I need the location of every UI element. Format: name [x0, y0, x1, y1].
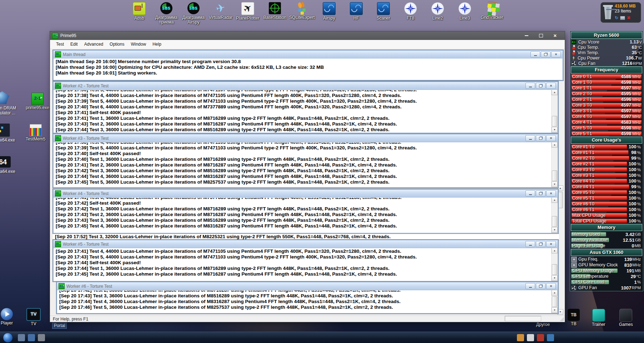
- desktop-icon[interactable]: Adsb: [126, 2, 153, 25]
- log-area[interactable]: [Main thread Sep 20 16:00] Mersenne numb…: [54, 58, 563, 80]
- menu-item[interactable]: Window: [127, 41, 149, 48]
- desktop-icon[interactable]: Scaner: [370, 2, 397, 25]
- scrollbar-thumb[interactable]: [552, 264, 557, 275]
- minimize-button[interactable]: [525, 241, 535, 247]
- menu-item[interactable]: Advanced: [81, 41, 106, 48]
- scrollbar-thumb[interactable]: [552, 216, 557, 227]
- log-area[interactable]: [Sep 20 17:41] Test 4, 44000 Lucas-Lehme…: [54, 248, 552, 281]
- taskbar-app-icon[interactable]: [28, 334, 35, 341]
- restore-button[interactable]: [541, 51, 550, 57]
- desktop-icon-dram-calculator[interactable]: [0, 91, 9, 104]
- desktop-icon-testmem5[interactable]: TestMem5: [26, 124, 45, 142]
- minimize-button[interactable]: [525, 83, 535, 89]
- log-area[interactable]: [Sep 20 17:38] Test 4, 44000 Lucas-Lehme…: [54, 142, 552, 187]
- restore-button[interactable]: [536, 83, 545, 89]
- scroll-down-icon[interactable]: ▼: [552, 227, 558, 233]
- log-area[interactable]: [Sep 20 17:36] Test 3, 44000 Lucas-Lehme…: [54, 89, 552, 133]
- worker3-titlebar[interactable]: P2-1 Worker #3 - Torture Test ×: [54, 134, 558, 142]
- scrollbar[interactable]: ▲ ▼: [552, 142, 558, 187]
- scrollbar-thumb[interactable]: [552, 170, 557, 181]
- log-area[interactable]: [Sep 20 17:42] Test 2, 36000 Lucas-Lehme…: [57, 290, 552, 313]
- desktop-icon-tv[interactable]: TV TV: [26, 308, 41, 326]
- scrollbar-thumb[interactable]: [558, 192, 563, 208]
- drugoe-label[interactable]: Другое: [536, 322, 550, 327]
- desktop-icon[interactable]: SQLiteExpert: [288, 2, 316, 25]
- scrollbar[interactable]: ▲ ▼: [552, 89, 558, 133]
- tray-icon[interactable]: [547, 334, 554, 341]
- desktop-icon-player[interactable]: Player: [1, 308, 13, 326]
- minimize-button[interactable]: [522, 33, 531, 39]
- desktop-icon[interactable]: Line2: [424, 2, 451, 25]
- tray-icon[interactable]: [517, 334, 524, 341]
- start-button[interactable]: [3, 333, 13, 343]
- desktop-icon[interactable]: Диаграмма Airspy: [180, 2, 207, 25]
- scroll-up-icon[interactable]: ▲: [552, 142, 558, 148]
- empty-bin-icon[interactable]: ✖: [627, 16, 630, 20]
- scroll-up-icon[interactable]: ▲: [552, 248, 558, 254]
- restore-button[interactable]: [536, 283, 545, 289]
- scrollbar[interactable]: ▲ ▼: [552, 197, 558, 233]
- scroll-up-icon[interactable]: ▲: [552, 197, 558, 203]
- desktop-icon-tb[interactable]: TB TB: [568, 309, 580, 326]
- scroll-up-icon[interactable]: ▲: [552, 290, 558, 296]
- desktop-icon-trainer[interactable]: Trainer: [592, 309, 605, 327]
- desktop-icon[interactable]: PlanePlotter: [234, 2, 261, 25]
- tray-icon[interactable]: [527, 334, 534, 341]
- worker2-titlebar[interactable]: P2-1 Worker #2 - Torture Test ×: [54, 82, 558, 90]
- desktop-icon[interactable]: Airspy: [316, 2, 343, 25]
- desktop-icon-portal-label[interactable]: Portal: [52, 323, 67, 329]
- desktop-icon[interactable]: FT8: [397, 2, 424, 25]
- worker4-titlebar[interactable]: P2-1 Worker #4 - Torture Test ×: [54, 190, 558, 198]
- resize-grip[interactable]: [559, 317, 564, 321]
- close-button[interactable]: ×: [546, 241, 556, 247]
- desktop-icon[interactable]: VirtualRadar: [207, 2, 234, 25]
- restore-button[interactable]: [536, 135, 545, 141]
- desktop-icon[interactable]: Диаграмма приема: [153, 2, 180, 25]
- scroll-down-icon[interactable]: ▼: [552, 181, 558, 187]
- taskbar-app-icon[interactable]: [18, 334, 25, 341]
- desktop-icon-x64[interactable]: [0, 123, 10, 137]
- worker6-titlebar[interactable]: P2-1 Worker #6 - Torture Test ×: [57, 282, 558, 290]
- refresh-icon[interactable]: ↻: [615, 16, 618, 20]
- desktop-icon-a64[interactable]: 64: [0, 156, 11, 168]
- menu-item[interactable]: Test: [53, 41, 67, 48]
- close-button[interactable]: ×: [551, 51, 561, 57]
- close-button[interactable]: ×: [546, 283, 556, 289]
- scrollbar[interactable]: ▲ ▼: [552, 290, 558, 313]
- close-button[interactable]: ×: [546, 190, 556, 196]
- taskbar-app-icon[interactable]: [38, 334, 45, 341]
- minimize-button[interactable]: [525, 190, 535, 196]
- minimize-button[interactable]: [525, 283, 535, 289]
- menu-item[interactable]: Options: [106, 41, 127, 48]
- open-bin-icon[interactable]: [620, 16, 625, 20]
- main-thread-titlebar[interactable]: P2-1 Main thread ×: [54, 51, 563, 58]
- scrollbar-thumb[interactable]: [552, 296, 557, 307]
- close-button[interactable]: ×: [550, 33, 560, 39]
- scroll-up-icon[interactable]: ▲: [552, 89, 558, 95]
- close-button[interactable]: ×: [546, 135, 556, 141]
- tray-icon[interactable]: [537, 334, 544, 341]
- restore-button[interactable]: [536, 190, 545, 196]
- minimize-button[interactable]: [530, 51, 540, 57]
- scrollbar[interactable]: ▲ ▼: [552, 248, 558, 281]
- maximize-button[interactable]: [536, 33, 545, 39]
- worker5-titlebar[interactable]: P2-1 Worker #5 - Torture Test ×: [54, 240, 558, 248]
- menu-item[interactable]: Edit: [67, 41, 81, 48]
- scroll-down-icon[interactable]: ▼: [552, 127, 558, 133]
- close-button[interactable]: ×: [546, 83, 556, 89]
- desktop-icon-games[interactable]: Games: [619, 309, 633, 327]
- scrollbar-thumb[interactable]: [552, 116, 557, 127]
- log-area[interactable]: [Sep 20 17:41] Test 6, 44000 Lucas-Lehme…: [54, 197, 552, 233]
- scroll-down-icon[interactable]: ▼: [552, 275, 558, 281]
- desktop-icon[interactable]: Line3: [451, 2, 478, 25]
- desktop-icon[interactable]: GridTracker: [478, 2, 505, 25]
- minimize-button[interactable]: [525, 135, 535, 141]
- desktop-icon-prime95[interactable]: P2-1 prime95.exe: [26, 93, 49, 110]
- prime95-titlebar[interactable]: P2-1 Prime95 ×: [50, 31, 565, 40]
- menu-item[interactable]: Help: [149, 41, 165, 48]
- recycle-bin-widget[interactable]: 418.60 MB 23 Items ↻ ✖: [600, 2, 641, 23]
- desktop-icon[interactable]: HF: [343, 2, 370, 25]
- scroll-down-icon[interactable]: ▼: [552, 307, 558, 313]
- restore-button[interactable]: [536, 241, 545, 247]
- desktop-icon[interactable]: BaseStation: [261, 2, 288, 25]
